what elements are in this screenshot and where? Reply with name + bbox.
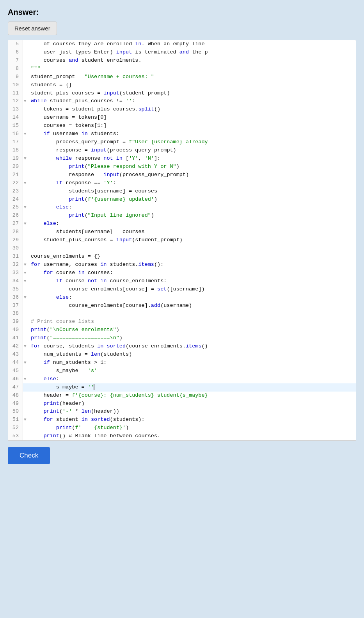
line-number: 11 bbox=[8, 89, 23, 98]
table-row: 20 print("Please respond with Y or N") bbox=[8, 163, 356, 171]
fold-indicator bbox=[23, 81, 28, 89]
code-line: if username in students: bbox=[28, 130, 356, 138]
line-number: 22 bbox=[8, 179, 23, 187]
fold-indicator[interactable]: ▼ bbox=[23, 97, 28, 105]
code-line: if response == 'Y': bbox=[28, 179, 356, 187]
line-number: 43 bbox=[8, 351, 23, 359]
code-line: s_maybe = 's' bbox=[28, 367, 356, 375]
code-line: of courses they are enrolled in. When an… bbox=[28, 40, 356, 48]
line-number: 26 bbox=[8, 212, 23, 220]
check-button[interactable]: Check bbox=[8, 447, 50, 464]
table-row: 15 courses = tokens[1:] bbox=[8, 122, 356, 130]
fold-indicator[interactable]: ▼ bbox=[23, 294, 28, 302]
table-row: 18 response = input(process_query_prompt… bbox=[8, 146, 356, 155]
line-number: 41 bbox=[8, 334, 23, 342]
fold-indicator[interactable]: ▼ bbox=[23, 220, 28, 228]
code-line bbox=[28, 244, 356, 253]
code-line: print(header) bbox=[28, 400, 356, 408]
code-line: while response not in ['Y', 'N']: bbox=[28, 155, 356, 163]
table-row: 40print("\nCourse enrolments") bbox=[8, 326, 356, 334]
fold-indicator bbox=[23, 310, 28, 318]
line-number: 20 bbox=[8, 163, 23, 171]
code-line: student_plus_courses = input(student_pro… bbox=[28, 89, 356, 98]
line-number: 48 bbox=[8, 392, 23, 400]
line-number: 29 bbox=[8, 236, 23, 244]
code-line: for course, students in sorted(course_en… bbox=[28, 342, 356, 351]
line-number: 23 bbox=[8, 187, 23, 196]
table-row: 44▼ if num_students > 1: bbox=[8, 359, 356, 367]
table-row: 41print("==================\n") bbox=[8, 334, 356, 342]
line-number: 33 bbox=[8, 269, 23, 277]
line-number: 53 bbox=[8, 432, 23, 440]
code-line: student_prompt = "Username + courses: " bbox=[28, 73, 356, 81]
fold-indicator bbox=[23, 424, 28, 432]
fold-indicator[interactable]: ▼ bbox=[23, 269, 28, 277]
code-line: students[username] = courses bbox=[28, 228, 356, 236]
table-row: 51▼ for student in sorted(students): bbox=[8, 416, 356, 424]
line-number: 51 bbox=[8, 416, 23, 424]
table-row: 47 s_maybe = ''​ bbox=[8, 383, 356, 392]
fold-indicator bbox=[23, 212, 28, 220]
table-row: 17 process_query_prompt = f"User {userna… bbox=[8, 138, 356, 146]
table-row: 16▼ if username in students: bbox=[8, 130, 356, 138]
code-line: students[username] = courses bbox=[28, 187, 356, 196]
fold-indicator bbox=[23, 187, 28, 196]
line-number: 21 bbox=[8, 171, 23, 179]
line-number: 6 bbox=[8, 48, 23, 57]
fold-indicator[interactable]: ▼ bbox=[23, 375, 28, 383]
table-row: 52 print(f' {student}') bbox=[8, 424, 356, 432]
line-number: 38 bbox=[8, 310, 23, 318]
fold-indicator bbox=[23, 302, 28, 310]
fold-indicator bbox=[23, 48, 28, 57]
code-line: print('-' * len(header)) bbox=[28, 408, 356, 416]
line-number: 5 bbox=[8, 40, 23, 48]
code-line: user just types Enter) input is terminat… bbox=[28, 48, 356, 57]
fold-indicator bbox=[23, 228, 28, 236]
code-line: courses and student enrolments. bbox=[28, 57, 356, 65]
fold-indicator[interactable]: ▼ bbox=[23, 155, 28, 163]
code-line: print() # Blank line between courses. bbox=[28, 432, 356, 440]
code-table: 5 of courses they are enrolled in. When … bbox=[8, 40, 356, 440]
table-row: 12▼while student_plus_courses != '': bbox=[8, 97, 356, 105]
fold-indicator bbox=[23, 383, 28, 392]
table-row: 22▼ if response == 'Y': bbox=[8, 179, 356, 187]
line-number: 25 bbox=[8, 203, 23, 212]
code-line: for username, courses in students.items(… bbox=[28, 261, 356, 269]
line-number: 40 bbox=[8, 326, 23, 334]
fold-indicator[interactable]: ▼ bbox=[23, 130, 28, 138]
fold-indicator bbox=[23, 122, 28, 130]
line-number: 9 bbox=[8, 73, 23, 81]
fold-indicator bbox=[23, 285, 28, 294]
table-row: 50 print('-' * len(header)) bbox=[8, 408, 356, 416]
line-number: 47 bbox=[8, 383, 23, 392]
code-line bbox=[28, 310, 356, 318]
code-line: else: bbox=[28, 203, 356, 212]
fold-indicator bbox=[23, 114, 28, 122]
fold-indicator bbox=[23, 196, 28, 204]
table-row: 19▼ while response not in ['Y', 'N']: bbox=[8, 155, 356, 163]
fold-indicator[interactable]: ▼ bbox=[23, 179, 28, 187]
line-number: 39 bbox=[8, 318, 23, 326]
table-row: 7 courses and student enrolments. bbox=[8, 57, 356, 65]
fold-indicator bbox=[23, 138, 28, 146]
line-number: 16 bbox=[8, 130, 23, 138]
code-line: course_enrolments[course].add(username) bbox=[28, 302, 356, 310]
code-line: print("==================\n") bbox=[28, 334, 356, 342]
fold-indicator bbox=[23, 432, 28, 440]
fold-indicator bbox=[23, 244, 28, 253]
code-line: print("\nCourse enrolments") bbox=[28, 326, 356, 334]
fold-indicator[interactable]: ▼ bbox=[23, 342, 28, 351]
line-number: 49 bbox=[8, 400, 23, 408]
fold-indicator[interactable]: ▼ bbox=[23, 359, 28, 367]
table-row: 42▼for course, students in sorted(course… bbox=[8, 342, 356, 351]
code-line: response = input(process_query_prompt) bbox=[28, 146, 356, 155]
fold-indicator[interactable]: ▼ bbox=[23, 203, 28, 212]
fold-indicator[interactable]: ▼ bbox=[23, 261, 28, 269]
reset-answer-button[interactable]: Reset answer bbox=[8, 21, 57, 35]
code-line: course_enrolments = {} bbox=[28, 253, 356, 261]
line-number: 50 bbox=[8, 408, 23, 416]
fold-indicator[interactable]: ▼ bbox=[23, 416, 28, 424]
fold-indicator bbox=[23, 105, 28, 114]
fold-indicator[interactable]: ▼ bbox=[23, 277, 28, 285]
table-row: 38 bbox=[8, 310, 356, 318]
